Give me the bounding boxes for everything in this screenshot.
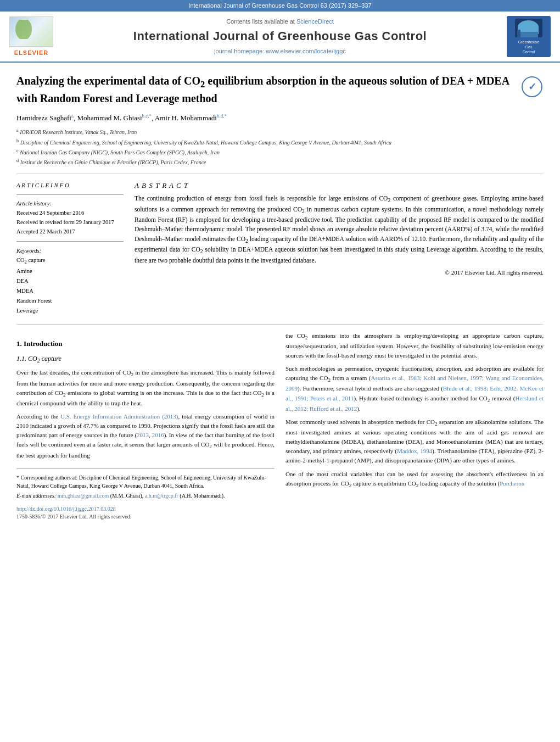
abstract-copyright: © 2017 Elsevier Ltd. All rights reserved… [135,269,544,277]
elsevier-label: ELSEVIER [14,49,48,57]
author2-name: Mohammad M. Ghiasi [77,114,142,122]
author1-sup: a [71,113,74,119]
homepage-text: journal homepage: [214,48,264,54]
contents-line: Contents lists available at ScienceDirec… [226,18,334,26]
right-para3: Most commonly used solvents in absorptio… [285,417,544,466]
journal-homepage: journal homepage: www.elsevier.com/locat… [214,47,346,55]
keyword-4: MDEA [16,288,33,294]
ref-2013[interactable]: 2013 [137,432,149,438]
revised-date: Received in revised form 29 January 2017 [16,219,114,225]
keyword-2: Amine [16,268,32,274]
article-info-label: A R T I C L E I N F O [16,181,124,191]
ref-maddox[interactable]: Maddox, 1994 [397,448,432,454]
body-right-column: the CO2 emissions into the atmosphere is… [285,331,544,521]
keyword-5: Random Forest [16,298,52,304]
greenhouse-logo-box: GreenhouseGasControl [507,16,551,57]
sciencedirect-link[interactable]: ScienceDirect [296,18,334,25]
keyword-6: Leverage [16,308,38,314]
author1-name: Hamidreza Saghafi [16,114,71,122]
article-content: Analyzing the experimental data of CO2 e… [0,63,560,531]
right-para1: the CO2 emissions into the atmosphere is… [285,331,544,360]
body-text-right: the CO2 emissions into the atmosphere is… [285,331,544,489]
contents-text: Contents lists available at [226,18,295,25]
subsection1-heading: 1.1. CO2 capture [16,354,275,365]
affiliation-a: a IOR/EOR Research Institute, Vanak Sq.,… [16,127,544,136]
article-doi: http://dx.doi.org/10.1016/j.ijggc.2017.0… [16,505,275,521]
accepted-date: Accepted 22 March 2017 [16,228,75,235]
journal-main-title: International Journal of Greenhouse Gas … [133,28,427,45]
body-text-left: Over the last decades, the concentration… [16,368,275,460]
journal-header: ELSEVIER Contents lists available at Sci… [0,12,560,63]
para1: Over the last decades, the concentration… [16,368,275,408]
crossmark-badge[interactable]: ✓ [522,76,544,98]
article-title: Analyzing the experimental data of CO2 e… [16,74,513,106]
doi-link: http://dx.doi.org/10.1016/j.ijggc.2017.0… [16,505,275,513]
authors-line: Hamidreza Saghafia, Mohammad M. Ghiasib,… [16,113,544,124]
history-label: Article history: [16,200,52,207]
greenhouse-logo: GreenhouseGasControl [504,16,553,57]
info-divider-mid [16,241,124,242]
ref-2016[interactable]: 2016 [152,432,164,438]
right-para2: Such methodologies as permeation, cryoge… [285,364,544,414]
eia-link[interactable]: U.S. Energy Information Administration (… [60,413,178,420]
affiliation-b: b Discipline of Chemical Engineering, Sc… [16,138,544,147]
issn-text: 1750-5836/© 2017 Elsevier Ltd. All right… [16,513,275,521]
affiliation-c: c National Iranian Gas Company (NIGC), S… [16,148,544,157]
email2-link[interactable]: a.h.m@irgcp.fr [145,493,178,499]
keyword-3: DEA [16,278,29,284]
para2: According to the U.S. Energy Information… [16,412,275,460]
keyword-1: CO2 capture [16,257,46,263]
journal-title-area: Contents lists available at ScienceDirec… [61,16,499,57]
email-line: E-mail addresses: mm.ghiasi@gmail.com (M… [16,492,275,500]
body-content: 1. Introduction 1.1. CO2 capture Over th… [16,331,544,521]
right-para4: One of the most crucial variables that c… [285,470,544,489]
keywords-list: Keywords: CO2 capture Amine DEA MDEA Ran… [16,246,124,316]
header-divider [16,174,544,174]
email1-link[interactable]: mm.ghiasi@gmail.com [58,493,109,499]
section1-heading: 1. Introduction [16,339,275,349]
abstract-label: A B S T R A C T [135,181,544,191]
doi-url[interactable]: http://dx.doi.org/10.1016/j.ijggc.2017.0… [16,506,116,512]
footnote-star: * Corresponding authors at: Discipline o… [16,473,275,490]
homepage-link[interactable]: www.elsevier.com/locate/ijggc [266,48,346,54]
elsevier-logo-image [9,16,53,47]
body-left-column: 1. Introduction 1.1. CO2 capture Over th… [16,331,275,521]
top-bar: International Journal of Greenhouse Gas … [0,0,560,12]
ref-bhide[interactable]: Bhide et al., 1998; Echt, 2002; McKee et… [285,385,544,401]
abstract-section: A B S T R A C T The continuing productio… [135,181,544,277]
abstract-column: A B S T R A C T The continuing productio… [135,181,544,316]
abstract-text: The continuing production of energy from… [135,194,544,265]
body-divider [16,324,544,325]
author3-name: Amir H. Mohammadi [155,114,217,122]
author2-sup: b,c,* [142,113,152,119]
crossmark-icon: ✓ [522,76,542,97]
keywords-label: Keywords: [16,248,41,254]
article-info-abstract-section: A R T I C L E I N F O Article history: R… [16,181,544,316]
affiliations: a IOR/EOR Research Institute, Vanak Sq.,… [16,127,544,166]
article-info: A R T I C L E I N F O Article history: R… [16,181,124,316]
article-history: Article history: Received 24 September 2… [16,199,124,236]
received-date: Received 24 September 2016 [16,210,84,216]
journal-citation: International Journal of Greenhouse Gas … [188,2,371,9]
greenhouse-logo-text: GreenhouseGasControl [518,40,540,54]
author3-sup: b,d,* [217,113,227,119]
footnotes: * Corresponding authors at: Discipline o… [16,468,275,500]
info-divider-top [16,194,124,195]
article-title-section: Analyzing the experimental data of CO2 e… [16,74,544,106]
article-info-column: A R T I C L E I N F O Article history: R… [16,181,124,316]
elsevier-logo: ELSEVIER [7,16,56,57]
affiliation-d: d Institut de Recherche en Génie Chimiqu… [16,158,544,166]
ref-porcheron[interactable]: Porcheron [500,480,524,487]
